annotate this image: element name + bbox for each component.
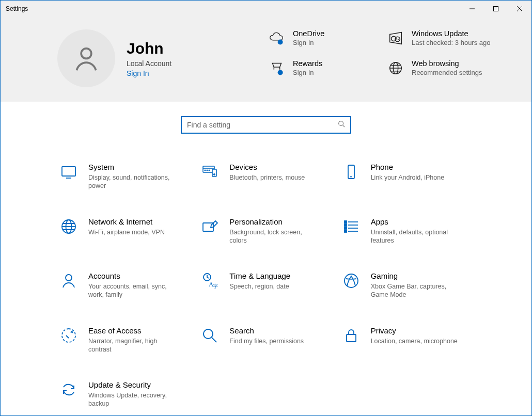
info-grid: OneDrive Sign In Windows Update Last che… [268,29,495,77]
svg-rect-31 [345,221,347,223]
ease-icon [59,326,78,345]
minimize-button[interactable] [460,1,484,17]
update-sub: Last checked: 3 hours ago [412,39,491,47]
search-input[interactable] [187,121,338,129]
phone-icon [342,163,361,181]
gaming-title: Gaming [371,271,459,280]
rewards-icon [268,59,286,77]
svg-rect-12 [62,167,75,176]
updatesec-title: Update & Security [88,380,176,389]
user-info: John Local Account Sign In [127,40,171,77]
rewards-item[interactable]: Rewards Sign In [268,59,377,77]
category-phone[interactable]: Phone Link your Android, iPhone [342,163,473,190]
apps-icon [342,217,361,236]
update-icon [387,29,404,47]
svg-point-17 [214,174,215,175]
svg-point-5 [278,40,283,45]
search-title: Search [229,326,304,335]
gaming-icon [342,271,361,290]
search-icon [338,120,345,130]
category-system[interactable]: System Display, sound, notifications, po… [59,163,190,190]
svg-point-40 [204,329,213,339]
settings-window: Settings John Local Account [0,0,532,416]
category-search[interactable]: Search Find my files, permissions [200,326,331,354]
update-title: Windows Update [412,29,491,38]
web-browsing-item[interactable]: Web browsing Recommended settings [387,59,495,77]
svg-point-19 [207,170,208,171]
privacy-title: Privacy [371,326,458,335]
window-controls [460,1,531,17]
category-devices[interactable]: Devices Bluetooth, printers, mouse [200,163,331,190]
gaming-sub: Xbox Game Bar, captures, Game Mode [371,282,459,299]
devices-icon [200,163,219,181]
accounts-title: Accounts [88,271,176,280]
svg-line-11 [343,125,345,127]
close-icon [517,6,522,11]
svg-text:字: 字 [213,283,218,289]
svg-rect-33 [345,227,347,229]
accounts-icon [59,271,78,290]
minimize-icon [470,6,475,11]
rewards-title: Rewards [293,59,322,68]
category-privacy[interactable]: Privacy Location, camera, microphone [342,326,473,354]
search-wrap [1,116,531,134]
category-personalization[interactable]: Personalization Background, lock screen,… [200,217,331,245]
personalization-title: Personalization [229,217,317,226]
devices-sub: Bluetooth, printers, mouse [229,173,305,182]
network-icon [59,217,78,236]
category-network[interactable]: Network & Internet Wi-Fi, airplane mode,… [59,217,190,245]
svg-point-18 [205,170,206,171]
network-sub: Wi-Fi, airplane mode, VPN [88,228,165,236]
titlebar: Settings [1,1,531,17]
onedrive-icon [268,29,286,47]
maximize-icon [493,6,498,11]
category-gaming[interactable]: Gaming Xbox Game Bar, captures, Game Mod… [342,271,473,299]
avatar [57,29,115,87]
category-ease[interactable]: Ease of Access Narrator, magnifier, high… [59,326,190,354]
updatesec-sub: Windows Update, recovery, backup [88,391,176,408]
svg-point-6 [278,70,283,75]
onedrive-item[interactable]: OneDrive Sign In [268,29,377,47]
svg-point-35 [66,275,72,281]
maximize-button[interactable] [484,1,508,17]
search-sub: Find my files, permissions [229,337,304,345]
system-title: System [88,163,176,171]
time-sub: Speech, region, date [229,282,290,291]
svg-point-20 [209,170,210,171]
phone-sub: Link your Android, iPhone [371,173,444,182]
svg-point-10 [339,121,343,126]
close-button[interactable] [508,1,531,17]
privacy-sub: Location, camera, microphone [371,337,458,345]
devices-title: Devices [229,163,305,171]
time-icon: A 字 [200,271,219,290]
privacy-icon [342,326,361,345]
rewards-sub: Sign In [293,69,322,77]
web-sub: Recommended settings [412,69,482,77]
category-apps[interactable]: Apps Uninstall, defaults, optional featu… [342,217,473,245]
onedrive-title: OneDrive [293,29,324,38]
system-icon [59,163,78,181]
user-block: John Local Account Sign In [57,29,171,87]
search-cat-icon [200,326,219,345]
sign-in-link[interactable]: Sign In [127,69,171,77]
window-title: Settings [1,5,28,12]
svg-point-4 [81,49,91,59]
apps-sub: Uninstall, defaults, optional features [371,228,459,245]
windows-update-item[interactable]: Windows Update Last checked: 3 hours ago [387,29,495,47]
personalization-sub: Background, lock screen, colors [229,228,317,245]
personalization-icon [200,217,219,236]
search-box[interactable] [181,116,351,134]
svg-line-41 [212,338,216,342]
web-title: Web browsing [412,59,482,68]
account-type: Local Account [127,59,171,68]
network-title: Network & Internet [88,217,165,226]
category-accounts[interactable]: Accounts Your accounts, email, sync, wor… [59,271,190,299]
account-header: John Local Account Sign In OneDrive Sign… [1,17,531,102]
svg-rect-42 [347,334,356,342]
user-icon [72,44,101,73]
system-sub: Display, sound, notifications, power [88,173,176,190]
apps-title: Apps [371,217,459,226]
category-update-security[interactable]: Update & Security Windows Update, recove… [59,380,190,408]
category-time[interactable]: A 字 Time & Language Speech, region, date [200,271,331,299]
category-grid: System Display, sound, notifications, po… [59,163,473,415]
